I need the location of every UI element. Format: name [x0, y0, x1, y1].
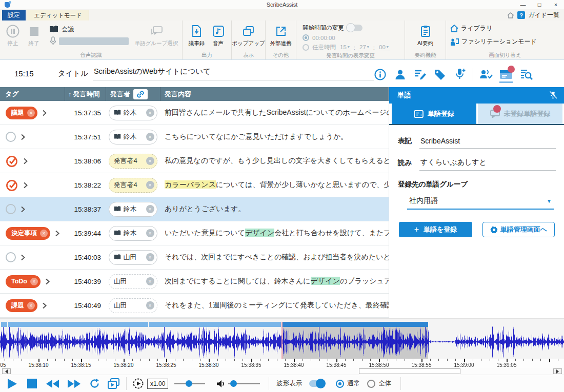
- speed-value[interactable]: x1.00: [147, 379, 168, 389]
- empty-tag-circle[interactable]: [6, 204, 16, 214]
- utterance-text[interactable]: それでは、次回までにすべきことの確認、および担当者を決めたいと思います。: [160, 253, 389, 262]
- popup-button[interactable]: ポップアップ: [233, 23, 264, 47]
- volume-icon[interactable]: [216, 380, 225, 388]
- close-button[interactable]: ×: [548, 0, 564, 9]
- expand-chevron-icon[interactable]: [21, 206, 25, 213]
- remove-speaker-icon[interactable]: ×: [146, 229, 154, 237]
- playhead-marker[interactable]: [281, 322, 283, 359]
- scroll-right-button[interactable]: [553, 368, 562, 374]
- remove-speaker-icon[interactable]: ×: [146, 301, 154, 310]
- tab-settings[interactable]: 設定: [2, 10, 26, 20]
- remove-speaker-icon[interactable]: ×: [146, 181, 154, 189]
- transcript-row[interactable]: 議題×15:37:35鈴木×前回皆さんにメールで共有したScribeAssist…: [0, 101, 389, 125]
- continuous-play-button[interactable]: [108, 378, 119, 389]
- edit-list-button[interactable]: [413, 67, 427, 81]
- start-time-toggle[interactable]: [347, 25, 362, 31]
- utterance-text[interactable]: カラーバランスについては、背景が少し薄いかなと思いますので、少し濃くしていただ: [160, 180, 389, 190]
- expand-chevron-icon[interactable]: [21, 134, 25, 140]
- check-tag-icon[interactable]: [6, 179, 18, 192]
- utterance-text[interactable]: いただいた意見についてデザイン会社と打ち合わせを設けて、またブラッシュアップし: [160, 229, 389, 238]
- pause-button[interactable]: 停止: [2, 23, 24, 47]
- speaker-pill[interactable]: 発言者4×: [109, 154, 157, 169]
- unpin-icon[interactable]: [548, 91, 557, 100]
- word-panel-button[interactable]: [499, 67, 513, 81]
- remove-tag-icon[interactable]: ×: [27, 109, 35, 117]
- speech-segment[interactable]: [282, 322, 428, 327]
- check-tag-icon[interactable]: [6, 155, 18, 168]
- word-group-select[interactable]: 社内用語 ▼: [407, 196, 554, 210]
- external-link-button[interactable]: 外部連携: [268, 23, 294, 47]
- speaker-pill[interactable]: 山田×: [109, 250, 157, 265]
- add-voice-button[interactable]: [453, 67, 467, 81]
- tag-button[interactable]: [433, 67, 447, 81]
- utterance-text[interactable]: 前回皆さんにメールで共有したScribeAssistについてのホームページのデザ…: [160, 108, 389, 117]
- expand-chevron-icon[interactable]: [55, 230, 59, 237]
- utterance-text[interactable]: 私の意見なのですが、もう少し見出しの文字を大きくしてもらえると、区別がつきや: [160, 156, 389, 166]
- expand-chevron-icon[interactable]: [21, 254, 25, 261]
- second-select[interactable]: 00▾: [378, 44, 390, 51]
- remove-speaker-icon[interactable]: ×: [146, 133, 154, 141]
- word-manage-button[interactable]: 単語管理画面へ: [482, 222, 555, 237]
- surface-input[interactable]: ScribeAssist: [419, 137, 556, 149]
- fast-forward-button[interactable]: [67, 379, 81, 388]
- speech-segment[interactable]: [1, 322, 7, 327]
- speaker-profile-button[interactable]: [393, 67, 407, 81]
- speaker-link-button[interactable]: [133, 89, 148, 99]
- speaker-pill[interactable]: 山田×: [109, 274, 157, 289]
- transcript-row[interactable]: 15:38:37鈴木×ありがとうございます。: [0, 197, 389, 221]
- stop-button[interactable]: [27, 379, 37, 388]
- audio-export-button[interactable]: 音声: [208, 23, 229, 47]
- remove-speaker-icon[interactable]: ×: [146, 253, 154, 261]
- minimize-button[interactable]: —: [515, 0, 531, 9]
- library-button[interactable]: ライブラリ: [450, 24, 560, 33]
- speech-segment[interactable]: [149, 322, 281, 327]
- scrollbar-thumb[interactable]: [359, 368, 460, 374]
- speaker-pill[interactable]: 山田×: [109, 298, 157, 313]
- waveform-toggle[interactable]: [309, 380, 325, 387]
- minute-select[interactable]: 27▾: [358, 44, 370, 51]
- expand-chevron-icon[interactable]: [23, 158, 28, 164]
- transcript-row[interactable]: 15:40:03山田×それでは、次回までにすべきことの確認、および担当者を決めた…: [0, 245, 389, 270]
- col-speaker[interactable]: 発言者: [106, 87, 160, 101]
- utterance-text[interactable]: ありがとうございます。: [160, 204, 389, 214]
- waveform-scrollbar[interactable]: [0, 368, 564, 375]
- remove-tag-icon[interactable]: ×: [40, 230, 48, 237]
- hour-select[interactable]: 15▾: [339, 44, 351, 51]
- remove-speaker-icon[interactable]: ×: [146, 157, 154, 165]
- radio-normal[interactable]: 通常: [336, 379, 360, 388]
- tab-edit-mode[interactable]: エディットモード: [27, 10, 89, 20]
- rewind-button[interactable]: [46, 379, 59, 388]
- remove-tag-icon[interactable]: ×: [30, 278, 38, 285]
- transcript-row[interactable]: 15:38:22発言者4×カラーバランスについては、背景が少し薄いかなと思います…: [0, 173, 389, 197]
- speaker-pill[interactable]: 鈴木×: [109, 130, 157, 145]
- guide-list-link[interactable]: ガイド一覧: [528, 11, 559, 19]
- transcript-row[interactable]: 課題×15:40:49山田×それをまた、1週間後のミーティングにて発表していただ…: [0, 294, 389, 318]
- document-title-input[interactable]: ScribeAssistのWebサイトについて: [93, 67, 374, 80]
- tag-pill[interactable]: 課題×: [6, 299, 37, 312]
- speed-slider[interactable]: [174, 383, 205, 384]
- remove-speaker-icon[interactable]: ×: [146, 205, 154, 213]
- word-group-select-button[interactable]: 単語グループ選択: [133, 23, 180, 47]
- volume-slider[interactable]: [228, 383, 260, 384]
- replay-button[interactable]: [89, 378, 100, 389]
- expand-chevron-icon[interactable]: [42, 302, 47, 309]
- facilitation-mode-button[interactable]: ファシリテーションモード: [450, 37, 560, 46]
- utterance-text[interactable]: こちらについてなにかご意見いただけますでしょうか。: [160, 132, 389, 141]
- expand-chevron-icon[interactable]: [45, 278, 50, 285]
- scroll-left-button[interactable]: [2, 368, 11, 374]
- register-word-button[interactable]: + 単語を登録: [399, 222, 472, 237]
- transcript-row[interactable]: ToDo×15:40:39山田×次回までにすることに関しては、鈴木さんにデザイン…: [0, 270, 389, 294]
- info-button[interactable]: [373, 67, 387, 81]
- tab-unregistered-words[interactable]: 未登録単語登録: [478, 104, 562, 124]
- tag-pill[interactable]: ToDo×: [6, 275, 41, 288]
- maximize-button[interactable]: □: [531, 0, 548, 9]
- speaker-pill[interactable]: 鈴木×: [109, 202, 157, 217]
- expand-chevron-icon[interactable]: [23, 182, 28, 189]
- col-time[interactable]: ↑ 発言時間: [65, 87, 106, 101]
- speech-segment[interactable]: [8, 322, 148, 327]
- expand-chevron-icon[interactable]: [42, 110, 47, 116]
- tag-pill[interactable]: 決定事項×: [6, 227, 50, 240]
- home-small-icon[interactable]: [507, 12, 514, 18]
- waveform-area[interactable]: [0, 318, 564, 359]
- transcript-row[interactable]: 決定事項×15:39:44鈴木×いただいた意見についてデザイン会社と打ち合わせを…: [0, 221, 389, 245]
